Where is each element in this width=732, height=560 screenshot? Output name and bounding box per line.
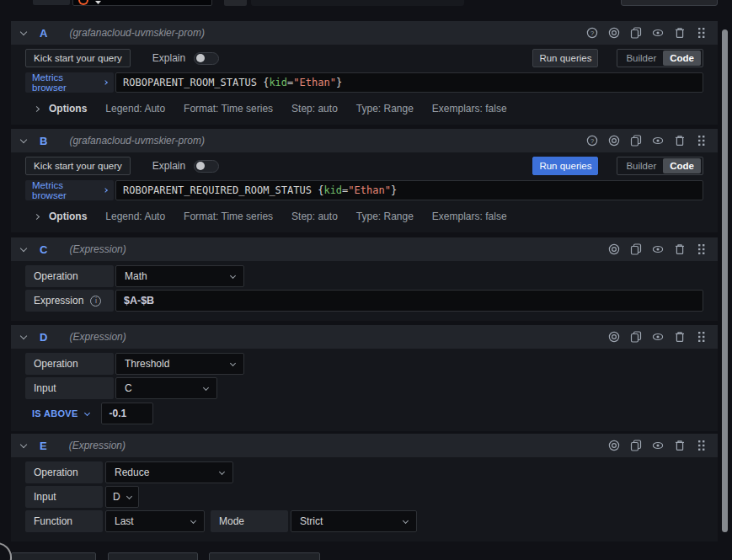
datasource-picker-partial[interactable] [72, 0, 212, 6]
metrics-browser-button[interactable]: Metrics browser [25, 72, 114, 93]
drag-handle-icon[interactable] [696, 243, 708, 255]
query-refid: A [40, 27, 47, 40]
expression-header-actions [608, 331, 708, 343]
math-expression-input[interactable]: $A-$B [115, 290, 703, 312]
query-section-b: B (grafanacloud-uvmskier-prom) ? [11, 129, 718, 232]
expression-c-header[interactable]: C (Expression) [11, 237, 718, 261]
chevron-down-icon [230, 272, 236, 278]
explain-toggle[interactable] [194, 52, 219, 65]
floating-help-button-partial[interactable] [0, 542, 12, 560]
builder-mode-option[interactable]: Builder [619, 158, 663, 173]
collapse-chevron-icon[interactable] [20, 28, 27, 35]
input-select[interactable]: C [115, 377, 217, 399]
add-expression-button[interactable]: + Expression [108, 552, 198, 560]
kick-start-query-button[interactable]: Kick start your query [25, 157, 131, 175]
input-label: Input [25, 486, 103, 508]
operation-select[interactable]: Reduce [105, 461, 233, 483]
eye-icon[interactable] [652, 440, 664, 451]
record-icon[interactable] [608, 243, 620, 255]
record-icon[interactable] [608, 135, 620, 147]
option-type: Type: Range [356, 211, 414, 222]
copy-icon[interactable] [630, 331, 642, 343]
info-icon[interactable]: i [90, 296, 101, 307]
scrollbar-thumb[interactable] [722, 29, 728, 532]
add-recorded-query-button[interactable]: + Recorded query [209, 552, 320, 560]
trash-icon[interactable] [674, 243, 686, 255]
function-select[interactable]: Last [105, 510, 205, 532]
promql-code-editor[interactable]: ROBOPARENT_REQUIRED_ROOM_STATUS {kid="Et… [115, 180, 703, 200]
trash-icon[interactable] [674, 135, 686, 147]
record-icon[interactable] [608, 27, 620, 39]
expression-d-header[interactable]: D (Expression) [11, 325, 718, 349]
record-icon[interactable] [608, 331, 620, 343]
toolbar-right-button-partial[interactable] [621, 0, 718, 6]
builder-mode-option[interactable]: Builder [619, 51, 663, 66]
collapse-chevron-icon[interactable] [20, 332, 27, 339]
collapse-chevron-icon[interactable] [20, 136, 27, 142]
editor-mode-switch: Builder Code [617, 157, 703, 175]
query-b-header[interactable]: B (grafanacloud-uvmskier-prom) ? [11, 129, 718, 152]
query-header-actions: ? [586, 27, 708, 39]
metrics-browser-button[interactable]: Metrics browser [25, 180, 114, 200]
help-icon[interactable]: ? [586, 27, 598, 39]
add-query-button[interactable]: + Add query [11, 552, 96, 560]
options-label: Options [49, 211, 87, 222]
closing-brace: } [391, 184, 397, 196]
trash-icon[interactable] [674, 27, 686, 39]
chevron-down-icon [203, 384, 209, 390]
options-collapse-row[interactable]: Options Legend: Auto Format: Time series… [25, 99, 703, 118]
operation-select[interactable]: Math [115, 265, 244, 287]
option-format: Format: Time series [184, 211, 273, 222]
help-icon[interactable]: ? [586, 135, 598, 147]
expression-e-header[interactable]: E (Expression) [11, 434, 718, 457]
run-queries-button[interactable]: Run queries [532, 157, 598, 175]
operation-select[interactable]: Threshold [115, 353, 244, 375]
condition-select[interactable]: IS ABOVE [32, 408, 89, 419]
svg-text:?: ? [590, 29, 594, 37]
explain-toggle[interactable] [194, 160, 219, 173]
mode-select[interactable]: Strict [291, 510, 417, 532]
drag-handle-icon[interactable] [696, 440, 708, 451]
chevron-down-icon [84, 409, 90, 415]
expression-refid: C [40, 243, 47, 256]
copy-icon[interactable] [630, 440, 642, 451]
chevron-right-icon [34, 105, 40, 111]
trash-icon[interactable] [674, 440, 686, 451]
drag-handle-icon[interactable] [696, 135, 708, 147]
eye-icon[interactable] [652, 243, 664, 255]
option-exemplars: Exemplars: false [432, 211, 507, 222]
query-a-header[interactable]: A (grafanacloud-uvmskier-prom) ? [11, 21, 718, 45]
operation-label: Operation [25, 461, 103, 483]
copy-icon[interactable] [630, 135, 642, 147]
drag-handle-icon[interactable] [696, 27, 708, 39]
record-icon[interactable] [608, 440, 620, 451]
eye-icon[interactable] [652, 331, 664, 343]
input-select[interactable]: D [105, 486, 139, 508]
label-name: kid [269, 77, 287, 88]
options-collapse-row[interactable]: Options Legend: Auto Format: Time series… [25, 207, 703, 226]
query-text: ROBOPARENT_REQUIRED_ROOM_STATUS { [123, 184, 323, 196]
expression-kind: (Expression) [69, 440, 126, 451]
code-mode-option[interactable]: Code [663, 158, 701, 173]
eye-icon[interactable] [652, 135, 664, 147]
code-mode-option[interactable]: Code [663, 51, 701, 66]
promql-code-editor[interactable]: ROBOPARENT_ROOM_STATUS {kid="Ethan"} [115, 72, 703, 93]
collapse-chevron-icon[interactable] [20, 440, 27, 447]
kick-start-query-button[interactable]: Kick start your query [25, 49, 131, 67]
copy-icon[interactable] [630, 243, 642, 255]
toolbar-segment [33, 0, 70, 5]
copy-icon[interactable] [630, 27, 642, 39]
operation-label: Operation [25, 265, 114, 287]
threshold-value-input[interactable]: -0.1 [101, 403, 153, 424]
eye-icon[interactable] [652, 27, 664, 39]
closing-brace: } [336, 77, 342, 88]
query-header-actions: ? [586, 135, 708, 147]
footer-actions-partial: + Add query + Expression + Recorded quer… [11, 552, 320, 560]
run-queries-button[interactable]: Run queries [532, 49, 598, 67]
collapse-chevron-icon[interactable] [20, 244, 27, 251]
chevron-down-icon [190, 517, 196, 523]
toolbar-small-button[interactable] [224, 0, 247, 6]
toolbar-panel-partial [251, 0, 464, 6]
trash-icon[interactable] [674, 331, 686, 343]
drag-handle-icon[interactable] [696, 331, 708, 343]
